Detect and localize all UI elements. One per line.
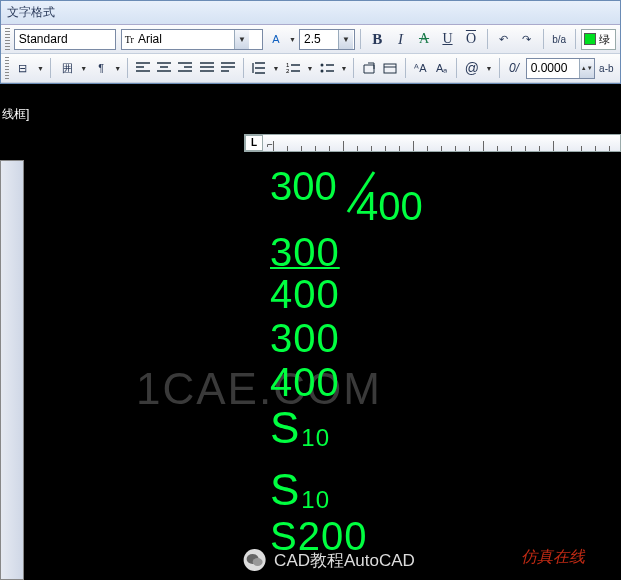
strikethrough-button[interactable]: A bbox=[413, 28, 434, 50]
ruler-tick bbox=[581, 146, 582, 151]
separator bbox=[543, 29, 544, 49]
ruler-tick bbox=[483, 141, 484, 151]
svg-point-8 bbox=[252, 558, 262, 566]
annotate-layer-button[interactable]: A ▼ bbox=[265, 28, 297, 50]
svg-point-2 bbox=[321, 64, 324, 67]
separator bbox=[243, 58, 244, 78]
ruler-tick bbox=[609, 146, 610, 151]
panel-title: 文字格式 bbox=[1, 1, 620, 25]
text-format-panel: 文字格式 ▼ Tr ▼ A ▼ ▼ B I A U O ↶ ↷ b/a bbox=[0, 0, 621, 84]
ruler-tick bbox=[371, 146, 372, 151]
tracking-combo[interactable]: ▲▼ bbox=[526, 58, 595, 79]
align-justify-button[interactable] bbox=[197, 57, 216, 79]
overline-button[interactable]: O bbox=[460, 28, 481, 50]
ruler-tick bbox=[287, 146, 288, 151]
layer-a-icon: A bbox=[272, 33, 279, 45]
grip-icon bbox=[5, 28, 10, 50]
text-color-combo[interactable]: 绿 bbox=[581, 29, 616, 50]
ruler-tick bbox=[455, 146, 456, 151]
ruler-toggle-button[interactable]: ⊟ bbox=[13, 57, 32, 79]
separator bbox=[499, 58, 500, 78]
left-pane: 线框] bbox=[0, 94, 36, 580]
redo-button[interactable]: ↷ bbox=[516, 28, 537, 50]
mtext-content[interactable]: 300 400 300 400 300 400 S10 S10 S200 bbox=[270, 164, 420, 560]
font-input[interactable] bbox=[134, 32, 234, 46]
underline-button[interactable]: U bbox=[437, 28, 458, 50]
ruler-tick bbox=[315, 146, 316, 151]
toolbar-row-1: ▼ Tr ▼ A ▼ ▼ B I A U O ↶ ↷ b/a 绿 bbox=[1, 25, 620, 54]
svg-point-3 bbox=[321, 70, 324, 73]
subscript-sample: S10 bbox=[270, 468, 420, 512]
separator bbox=[360, 29, 361, 49]
chevron-down-icon[interactable]: ▼ bbox=[234, 30, 249, 49]
bold-button[interactable]: B bbox=[366, 28, 387, 50]
symbol-button[interactable]: @ bbox=[462, 57, 481, 79]
ruler-tick bbox=[567, 146, 568, 151]
ruler-tick bbox=[357, 146, 358, 151]
width-factor-button[interactable]: a-b bbox=[597, 57, 616, 79]
color-swatch-icon bbox=[584, 33, 596, 45]
columns-button[interactable]: 囲 ▼ bbox=[56, 57, 88, 79]
stack-fraction-button[interactable]: b/a bbox=[549, 28, 570, 50]
italic-button[interactable]: I bbox=[390, 28, 411, 50]
indent-marker-icon[interactable]: ⌐ bbox=[267, 139, 273, 150]
horizontal-fraction: 300 400 bbox=[270, 232, 420, 314]
watermark-2: 仿真在线 bbox=[521, 547, 585, 568]
align-left-button[interactable] bbox=[133, 57, 152, 79]
paragraph-button[interactable]: ¶ ▼ bbox=[90, 57, 122, 79]
subscript-button[interactable]: Aₐ bbox=[432, 57, 451, 79]
ruler-tick bbox=[441, 146, 442, 151]
text-style-combo[interactable]: ▼ bbox=[14, 29, 116, 50]
ruler-tick bbox=[301, 146, 302, 151]
tracking-input[interactable] bbox=[527, 61, 579, 75]
line-spacing-button[interactable]: ▼ bbox=[248, 57, 280, 79]
ruler-tick bbox=[553, 141, 554, 151]
ruler-tick bbox=[497, 146, 498, 151]
ruler-tick bbox=[413, 141, 414, 151]
separator bbox=[127, 58, 128, 78]
superscript-sample: S10 bbox=[270, 406, 420, 450]
align-distribute-button[interactable] bbox=[218, 57, 237, 79]
align-center-button[interactable] bbox=[154, 57, 173, 79]
text-line-3: 300 bbox=[270, 318, 420, 358]
vertical-ruler bbox=[0, 160, 24, 580]
options-menu-button[interactable]: ▼ bbox=[35, 57, 46, 79]
grip-icon bbox=[5, 57, 9, 79]
ruler-tick bbox=[595, 146, 596, 151]
text-size-combo[interactable]: ▼ bbox=[299, 29, 355, 50]
bullets-button[interactable]: ▼ bbox=[316, 57, 348, 79]
ruler-tick bbox=[329, 146, 330, 151]
numbering-button[interactable]: 12 ▼ bbox=[282, 57, 314, 79]
viewport-label: 线框] bbox=[2, 106, 29, 123]
separator bbox=[50, 58, 51, 78]
ruler-tick bbox=[343, 141, 344, 151]
ruler-tick bbox=[525, 146, 526, 151]
text-line-4: 400 bbox=[270, 362, 420, 402]
superscript-button[interactable]: ᴬA bbox=[411, 57, 430, 79]
font-type-icon: Tr bbox=[122, 34, 134, 45]
separator bbox=[575, 29, 576, 49]
paragraph-icon: ¶ bbox=[98, 62, 104, 74]
align-right-button[interactable] bbox=[176, 57, 195, 79]
text-size-input[interactable] bbox=[300, 32, 338, 46]
insert-field-button[interactable] bbox=[381, 57, 400, 79]
ruler-tick bbox=[385, 146, 386, 151]
separator bbox=[456, 58, 457, 78]
spinner-icon[interactable]: ▲▼ bbox=[579, 59, 594, 78]
ruler-tick bbox=[469, 146, 470, 151]
ruler-tick bbox=[399, 146, 400, 151]
font-combo[interactable]: Tr ▼ bbox=[121, 29, 263, 50]
mtext-ruler[interactable]: L ⌐ bbox=[244, 134, 621, 152]
separator bbox=[487, 29, 488, 49]
uppercase-button[interactable] bbox=[359, 57, 378, 79]
ruler-tick bbox=[511, 146, 512, 151]
symbol-dropdown[interactable]: ▼ bbox=[484, 57, 494, 79]
chevron-down-icon[interactable]: ▼ bbox=[338, 30, 353, 49]
svg-rect-4 bbox=[384, 64, 396, 73]
toolbar-row-2: ⊟ ▼ 囲 ▼ ¶ ▼ ▼ 12 ▼ ▼ bbox=[1, 54, 620, 83]
ruler-tick bbox=[427, 146, 428, 151]
ruler-tab-box[interactable]: L bbox=[245, 135, 263, 151]
columns-icon: 囲 bbox=[62, 61, 73, 76]
undo-button[interactable]: ↶ bbox=[493, 28, 514, 50]
drawing-canvas[interactable]: 1CAE.COM 300 400 300 400 300 400 S10 S10… bbox=[36, 94, 621, 580]
